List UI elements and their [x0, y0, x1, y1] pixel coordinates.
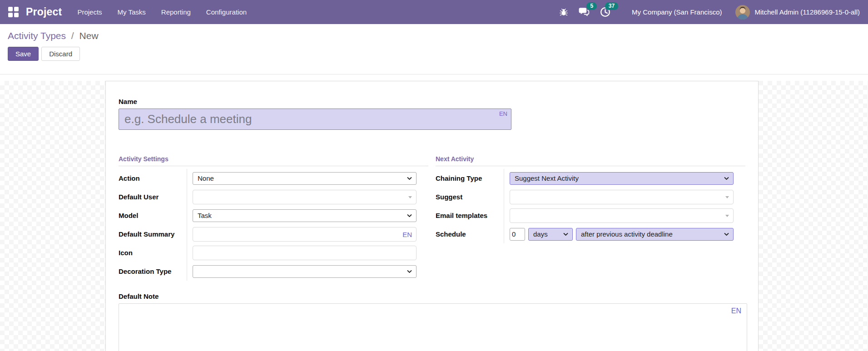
name-input[interactable]: [119, 109, 511, 130]
user-menu[interactable]: Mitchell Admin (11286969-15-0-all): [754, 8, 860, 16]
default-note-block: Default Note EN: [119, 292, 745, 351]
icon-label: Icon: [119, 249, 187, 257]
messages-systray[interactable]: 5: [578, 6, 590, 18]
company-switcher[interactable]: My Company (San Francisco): [632, 8, 722, 16]
model-label: Model: [119, 212, 187, 219]
name-lang-badge[interactable]: EN: [499, 110, 507, 117]
suggest-label: Suggest: [436, 193, 504, 201]
email-templates-input[interactable]: [510, 208, 734, 223]
avatar[interactable]: [735, 5, 750, 20]
chevron-down-icon: [724, 232, 729, 236]
chevron-down-icon: [407, 177, 412, 180]
schedule-unit-value: days: [533, 230, 548, 238]
breadcrumb-current: New: [79, 30, 99, 41]
schedule-trigger-select[interactable]: after previous activity deadline: [576, 228, 734, 241]
default-user-label: Default User: [119, 193, 187, 201]
field-row-chaining-type: Chaining Type Suggest Next Activity: [436, 169, 745, 188]
action-select[interactable]: None: [193, 172, 417, 185]
menu-item-my-tasks[interactable]: My Tasks: [118, 0, 146, 24]
default-summary-lang-badge[interactable]: EN: [402, 230, 412, 238]
field-row-schedule: Schedule days: [436, 225, 745, 243]
chevron-down-icon: [407, 214, 412, 217]
top-navbar: Project Projects My Tasks Reporting Conf…: [0, 0, 868, 24]
next-activity-title: Next Activity: [436, 155, 745, 166]
model-select[interactable]: Task: [193, 209, 417, 222]
field-row-action: Action None: [119, 169, 428, 188]
default-summary-label: Default Summary: [119, 230, 187, 238]
email-templates-label: Email templates: [436, 212, 504, 219]
default-user-input[interactable]: [193, 190, 417, 204]
chevron-down-icon: [407, 270, 412, 273]
caret-down-icon: [725, 215, 729, 217]
apps-menu-icon[interactable]: [8, 7, 19, 17]
group-next-activity: Next Activity Chaining Type Suggest Next…: [436, 155, 745, 281]
avatar-image: [735, 5, 750, 20]
field-row-default-user: Default User: [119, 188, 428, 206]
action-value: None: [198, 174, 214, 182]
caret-down-icon: [725, 196, 729, 198]
activities-count-badge: 37: [605, 2, 618, 10]
default-note-label: Default Note: [119, 292, 745, 300]
menu-item-projects[interactable]: Projects: [77, 0, 102, 24]
app-name[interactable]: Project: [26, 6, 62, 18]
decoration-type-label: Decoration Type: [119, 267, 187, 275]
control-panel: Activity Types / New Save Discard: [0, 24, 868, 74]
breadcrumb-separator: /: [71, 30, 74, 41]
form-view-background: Name EN Activity Settings Action None: [0, 81, 868, 351]
chaining-type-select[interactable]: Suggest Next Activity: [510, 172, 734, 185]
field-row-email-templates: Email templates: [436, 206, 745, 225]
bug-icon: [559, 8, 568, 17]
schedule-unit-select[interactable]: days: [528, 228, 573, 241]
action-label: Action: [119, 174, 187, 182]
default-note-lang-badge[interactable]: EN: [731, 307, 741, 315]
debug-bug-icon[interactable]: [559, 8, 568, 17]
suggest-input[interactable]: [510, 190, 734, 204]
menu-item-reporting[interactable]: Reporting: [161, 0, 191, 24]
schedule-number-input[interactable]: [510, 228, 525, 241]
group-activity-settings: Activity Settings Action None: [119, 155, 428, 281]
chevron-down-icon: [563, 232, 568, 236]
field-row-icon: Icon: [119, 243, 428, 262]
messages-count-badge: 5: [586, 2, 597, 10]
field-row-decoration-type: Decoration Type: [119, 262, 428, 281]
save-button[interactable]: Save: [8, 47, 39, 61]
chevron-down-icon: [724, 177, 729, 180]
caret-down-icon: [408, 196, 412, 198]
form-sheet: Name EN Activity Settings Action None: [105, 81, 759, 351]
menu-item-configuration[interactable]: Configuration: [206, 0, 247, 24]
default-note-editor[interactable]: EN: [119, 303, 747, 351]
model-value: Task: [198, 212, 212, 219]
icon-input[interactable]: [193, 246, 417, 260]
field-row-model: Model Task: [119, 206, 428, 225]
schedule-trigger-value: after previous activity deadline: [581, 230, 673, 238]
chaining-type-value: Suggest Next Activity: [515, 174, 579, 182]
field-row-suggest: Suggest: [436, 188, 745, 206]
breadcrumb-activity-types[interactable]: Activity Types: [8, 30, 66, 41]
breadcrumb: Activity Types / New: [8, 30, 860, 41]
chaining-type-label: Chaining Type: [436, 174, 504, 182]
decoration-type-select[interactable]: [193, 265, 417, 278]
schedule-label: Schedule: [436, 230, 504, 238]
field-row-default-summary: Default Summary EN: [119, 225, 428, 243]
default-summary-input[interactable]: [193, 227, 417, 242]
discard-button[interactable]: Discard: [41, 47, 80, 61]
name-label: Name: [119, 98, 745, 105]
activity-settings-title: Activity Settings: [119, 155, 428, 166]
activities-systray[interactable]: 37: [600, 6, 611, 18]
